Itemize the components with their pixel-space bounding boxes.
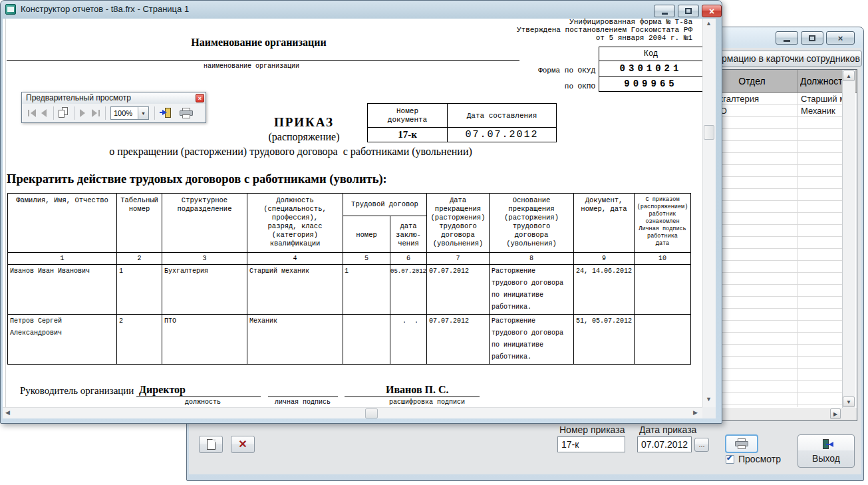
order-date-label: Дата приказа (639, 424, 696, 435)
cell-term-date: 07.07.2012 (427, 315, 490, 365)
cell-position: Старший механик (247, 265, 343, 315)
cell-document: 51, 05.07.2012 (574, 315, 635, 365)
prev-page-icon[interactable] (41, 109, 48, 117)
cell-contract-date: . . (390, 315, 427, 365)
grid-cell-post-2[interactable]: Механик (798, 105, 842, 117)
report-window-icon (5, 4, 16, 15)
date-picker-button[interactable]: ... (694, 438, 709, 452)
order-subtitle: (распоряжение) (237, 131, 370, 143)
grid-column-divider (797, 93, 798, 407)
new-document-icon (207, 439, 216, 450)
col-header-term-date: Дата прекращения (расторжения) трудового… (427, 194, 490, 253)
cell-fio: Петров Сергей Александрович (8, 315, 117, 365)
form-note-line3: от 5 января 2004 г. №1 (459, 34, 692, 42)
cell-contract-date: 05.07.2012 (390, 265, 427, 315)
preview-checkbox-label: Просмотр (738, 454, 781, 464)
doc-number-box: Номер документа Дата составления 17-к 07… (367, 103, 557, 142)
name-caption: расшифровка подписи (380, 399, 474, 406)
order-number-label: Номер приказа (559, 424, 625, 435)
cell-term-reason: Расторжение трудового договора по инициа… (490, 315, 574, 365)
grid-vscrollbar[interactable] (842, 70, 855, 408)
cell-document: 24, 14.06.2012 (574, 265, 635, 315)
col-header-fio: Фамилия, Имя, Отчество (8, 194, 117, 253)
preview-toolbar-title: Предварительный просмотр (26, 93, 131, 102)
order-date-input[interactable]: 07.07.2012 (637, 436, 692, 452)
cell-acknowledge (635, 315, 691, 365)
next-page-icon[interactable] (80, 109, 86, 117)
col-header-term-reason: Основание прекращения (расторжения) труд… (490, 194, 574, 253)
screen: { "main_window": { "title": "Конструктор… (0, 0, 868, 485)
cell-contract-num: 1 (343, 265, 390, 315)
last-page-icon[interactable] (92, 109, 101, 117)
preview-vscrollbar[interactable] (702, 19, 716, 407)
report-minimize-button[interactable] (654, 5, 675, 17)
pages-icon[interactable] (59, 107, 69, 118)
leader-name-value: Иванов П. С. (386, 384, 449, 396)
cell-term-date: 07.07.2012 (427, 265, 490, 315)
cell-division: ПТО (162, 315, 247, 365)
first-page-icon[interactable] (28, 109, 37, 117)
cell-tabnum: 2 (117, 315, 162, 365)
preview-scroll-up-icon[interactable]: ▲ (706, 20, 712, 27)
col-header-tabnum: Табельный номер (117, 194, 162, 253)
position-line (136, 397, 261, 397)
grid-scroll-right-icon[interactable]: ▶ (830, 408, 841, 419)
signature-line (268, 397, 338, 397)
col-num: 10 (635, 253, 691, 265)
doc-date-value: 07.07.2012 (448, 128, 557, 142)
col-num: 8 (490, 253, 574, 265)
preview-checkbox[interactable]: ✔ (726, 455, 734, 464)
col-num: 2 (117, 253, 162, 265)
employees-minimize-button[interactable] (776, 31, 798, 45)
col-header-document: Документ, номер, дата (574, 194, 635, 253)
col-header-position: Должность (специальность, профессия), ра… (247, 194, 343, 253)
print-icon[interactable] (180, 108, 193, 118)
preview-hscrollbar[interactable] (3, 407, 702, 418)
print-button[interactable] (725, 434, 758, 453)
zoom-combobox[interactable]: 100% ▼ (110, 106, 149, 120)
zoom-dropdown-button[interactable]: ▼ (138, 107, 148, 119)
exit-button[interactable]: Выход (797, 434, 855, 468)
grid-scroll-up-icon[interactable]: ▲ (843, 71, 855, 81)
col-num: 6 (390, 253, 427, 265)
preview-scroll-corner (702, 407, 716, 418)
preview-scroll-left-icon[interactable]: ◀ (5, 409, 10, 416)
report-close-button[interactable]: × (702, 5, 722, 17)
form-note-line1: Унифицированная форма № Т-8а (459, 18, 692, 26)
preview-hscroll-thumb[interactable] (365, 408, 378, 418)
report-maximize-button[interactable] (678, 5, 699, 17)
grid-scroll-down-icon[interactable]: ▼ (843, 397, 855, 407)
col-header-contract: Трудовой договор (343, 194, 427, 216)
preview-scroll-right-icon[interactable]: ▶ (693, 409, 698, 416)
cell-contract-num (343, 315, 390, 365)
chevron-down-icon: ▼ (141, 111, 146, 116)
order-instruction-line: Прекратить действие трудовых договоров с… (7, 172, 387, 186)
org-name-value: Наименование организации (59, 37, 458, 49)
col-header-division: Структурное подразделение (162, 194, 247, 253)
cell-tabnum: 1 (117, 265, 162, 315)
toolbar-separator (154, 106, 155, 120)
toolbar-separator (105, 106, 106, 120)
col-header-contract-date: дата заклю- чения (390, 216, 427, 253)
col-header-contract-num: номер (343, 216, 390, 253)
preview-toolbar-close-button[interactable]: × (196, 94, 204, 102)
printer-icon (735, 438, 748, 449)
page-left-edge (5, 19, 6, 407)
grid-header-divider (797, 70, 798, 93)
delete-order-button[interactable]: ✕ (231, 436, 255, 453)
cell-term-reason: Расторжение трудового договора по инициа… (490, 265, 574, 315)
cell-division: Бухгалтерия (162, 265, 247, 315)
preview-scroll-down-icon[interactable]: ▼ (706, 396, 712, 403)
new-order-button[interactable] (199, 436, 223, 453)
employees-maximize-button[interactable] (801, 31, 823, 45)
order-about-line: о прекращении (расторжении) трудового до… (21, 146, 560, 158)
orders-table: Фамилия, Имя, Отчество Табельный номер С… (7, 193, 691, 365)
order-number-input[interactable]: 17-к (557, 436, 625, 452)
grid-cell-post-1[interactable]: Старший механик (798, 93, 842, 105)
col-num: 4 (247, 253, 343, 265)
close-preview-icon[interactable] (160, 107, 172, 119)
employees-close-button[interactable]: × (826, 31, 855, 45)
delete-icon: ✕ (238, 439, 247, 450)
doc-date-header: Дата составления (448, 104, 557, 128)
preview-vscroll-thumb[interactable] (704, 125, 714, 140)
